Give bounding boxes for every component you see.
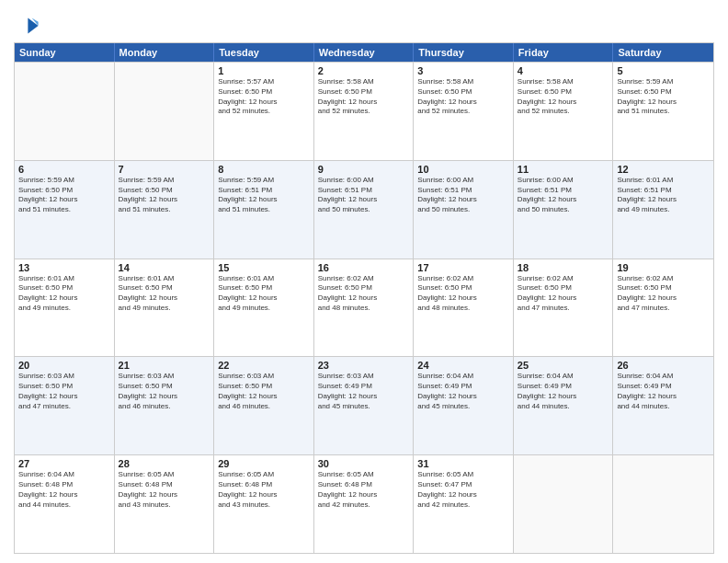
cell-info: Sunrise: 6:04 AM Sunset: 6:49 PM Dayligh… xyxy=(417,372,509,411)
calendar-header-cell: Wednesday xyxy=(314,43,415,62)
calendar-week: 27Sunrise: 6:04 AM Sunset: 6:48 PM Dayli… xyxy=(15,454,713,553)
day-number: 5 xyxy=(617,65,710,76)
day-number: 15 xyxy=(218,262,310,273)
day-number: 19 xyxy=(617,262,710,273)
day-number: 21 xyxy=(119,360,210,371)
calendar-cell: 8Sunrise: 5:59 AM Sunset: 6:51 PM Daylig… xyxy=(214,161,314,259)
calendar-cell: 11Sunrise: 6:00 AM Sunset: 6:51 PM Dayli… xyxy=(514,161,614,259)
day-number: 20 xyxy=(18,360,110,371)
cell-info: Sunrise: 6:05 AM Sunset: 6:47 PM Dayligh… xyxy=(417,470,509,510)
calendar-header-cell: Saturday xyxy=(613,43,713,62)
cell-info: Sunrise: 5:59 AM Sunset: 6:50 PM Dayligh… xyxy=(617,77,710,117)
cell-info: Sunrise: 6:03 AM Sunset: 6:49 PM Dayligh… xyxy=(318,372,410,411)
calendar-cell: 13Sunrise: 6:01 AM Sunset: 6:50 PM Dayli… xyxy=(15,259,115,357)
day-number: 26 xyxy=(617,360,710,371)
cell-info: Sunrise: 6:05 AM Sunset: 6:48 PM Dayligh… xyxy=(318,470,410,510)
calendar-page: SundayMondayTuesdayWednesdayThursdayFrid… xyxy=(0,0,728,563)
calendar-cell: 29Sunrise: 6:05 AM Sunset: 6:48 PM Dayli… xyxy=(214,455,314,553)
calendar-header-cell: Monday xyxy=(115,43,215,62)
calendar-cell: 30Sunrise: 6:05 AM Sunset: 6:48 PM Dayli… xyxy=(314,455,415,553)
day-number: 24 xyxy=(417,360,509,371)
calendar-cell: 9Sunrise: 6:00 AM Sunset: 6:51 PM Daylig… xyxy=(314,161,415,259)
calendar-cell: 16Sunrise: 6:02 AM Sunset: 6:50 PM Dayli… xyxy=(314,259,415,357)
calendar-cell: 2Sunrise: 5:58 AM Sunset: 6:50 PM Daylig… xyxy=(314,63,415,160)
day-number: 6 xyxy=(18,164,110,175)
cell-info: Sunrise: 6:01 AM Sunset: 6:50 PM Dayligh… xyxy=(218,274,310,314)
calendar-cell: 20Sunrise: 6:03 AM Sunset: 6:50 PM Dayli… xyxy=(15,357,115,454)
cell-info: Sunrise: 6:00 AM Sunset: 6:51 PM Dayligh… xyxy=(417,176,509,215)
day-number: 8 xyxy=(218,164,310,175)
calendar-cell: 22Sunrise: 6:03 AM Sunset: 6:50 PM Dayli… xyxy=(214,357,314,454)
calendar-header-cell: Thursday xyxy=(414,43,514,62)
day-number: 31 xyxy=(417,458,509,469)
calendar-cell: 21Sunrise: 6:03 AM Sunset: 6:50 PM Dayli… xyxy=(115,357,215,454)
cell-info: Sunrise: 6:05 AM Sunset: 6:48 PM Dayligh… xyxy=(119,470,210,510)
day-number: 25 xyxy=(518,360,609,371)
cell-info: Sunrise: 6:01 AM Sunset: 6:51 PM Dayligh… xyxy=(617,176,710,215)
calendar-cell: 5Sunrise: 5:59 AM Sunset: 6:50 PM Daylig… xyxy=(613,63,713,160)
calendar-body: 1Sunrise: 5:57 AM Sunset: 6:50 PM Daylig… xyxy=(15,62,713,553)
day-number: 3 xyxy=(417,65,509,76)
cell-info: Sunrise: 6:02 AM Sunset: 6:50 PM Dayligh… xyxy=(318,274,410,314)
cell-info: Sunrise: 6:01 AM Sunset: 6:50 PM Dayligh… xyxy=(119,274,210,314)
calendar: SundayMondayTuesdayWednesdayThursdayFrid… xyxy=(14,42,714,554)
cell-info: Sunrise: 5:59 AM Sunset: 6:50 PM Dayligh… xyxy=(119,176,210,215)
cell-info: Sunrise: 5:58 AM Sunset: 6:50 PM Dayligh… xyxy=(518,77,609,117)
day-number: 27 xyxy=(18,458,110,469)
calendar-cell: 14Sunrise: 6:01 AM Sunset: 6:50 PM Dayli… xyxy=(115,259,215,357)
calendar-cell xyxy=(115,63,215,160)
cell-info: Sunrise: 6:02 AM Sunset: 6:50 PM Dayligh… xyxy=(617,274,710,314)
calendar-cell: 15Sunrise: 6:01 AM Sunset: 6:50 PM Dayli… xyxy=(214,259,314,357)
cell-info: Sunrise: 5:58 AM Sunset: 6:50 PM Dayligh… xyxy=(417,77,509,117)
day-number: 17 xyxy=(417,262,509,273)
cell-info: Sunrise: 5:58 AM Sunset: 6:50 PM Dayligh… xyxy=(318,77,410,117)
cell-info: Sunrise: 5:59 AM Sunset: 6:50 PM Dayligh… xyxy=(18,176,110,215)
calendar-cell: 4Sunrise: 5:58 AM Sunset: 6:50 PM Daylig… xyxy=(514,63,614,160)
calendar-header-cell: Sunday xyxy=(15,43,115,62)
cell-info: Sunrise: 6:04 AM Sunset: 6:49 PM Dayligh… xyxy=(518,372,609,411)
calendar-cell: 3Sunrise: 5:58 AM Sunset: 6:50 PM Daylig… xyxy=(414,63,514,160)
day-number: 12 xyxy=(617,164,710,175)
day-number: 13 xyxy=(18,262,110,273)
calendar-cell: 28Sunrise: 6:05 AM Sunset: 6:48 PM Dayli… xyxy=(115,455,215,553)
calendar-cell: 7Sunrise: 5:59 AM Sunset: 6:50 PM Daylig… xyxy=(115,161,215,259)
calendar-cell: 27Sunrise: 6:04 AM Sunset: 6:48 PM Dayli… xyxy=(15,455,115,553)
calendar-cell: 26Sunrise: 6:04 AM Sunset: 6:49 PM Dayli… xyxy=(613,357,713,454)
cell-info: Sunrise: 6:02 AM Sunset: 6:50 PM Dayligh… xyxy=(518,274,609,314)
day-number: 18 xyxy=(518,262,609,273)
day-number: 9 xyxy=(318,164,410,175)
calendar-cell: 24Sunrise: 6:04 AM Sunset: 6:49 PM Dayli… xyxy=(414,357,514,454)
day-number: 11 xyxy=(518,164,609,175)
cell-info: Sunrise: 6:03 AM Sunset: 6:50 PM Dayligh… xyxy=(119,372,210,411)
calendar-header-cell: Tuesday xyxy=(214,43,314,62)
cell-info: Sunrise: 5:57 AM Sunset: 6:50 PM Dayligh… xyxy=(218,77,310,117)
calendar-week: 13Sunrise: 6:01 AM Sunset: 6:50 PM Dayli… xyxy=(15,259,713,357)
calendar-week: 20Sunrise: 6:03 AM Sunset: 6:50 PM Dayli… xyxy=(15,356,713,454)
day-number: 23 xyxy=(318,360,410,371)
cell-info: Sunrise: 5:59 AM Sunset: 6:51 PM Dayligh… xyxy=(218,176,310,215)
day-number: 4 xyxy=(518,65,609,76)
cell-info: Sunrise: 6:04 AM Sunset: 6:49 PM Dayligh… xyxy=(617,372,710,411)
cell-info: Sunrise: 6:00 AM Sunset: 6:51 PM Dayligh… xyxy=(518,176,609,215)
cell-info: Sunrise: 6:02 AM Sunset: 6:50 PM Dayligh… xyxy=(417,274,509,314)
cell-info: Sunrise: 6:04 AM Sunset: 6:48 PM Dayligh… xyxy=(18,470,110,510)
day-number: 1 xyxy=(218,65,310,76)
cell-info: Sunrise: 6:05 AM Sunset: 6:48 PM Dayligh… xyxy=(218,470,310,510)
day-number: 22 xyxy=(218,360,310,371)
calendar-header-cell: Friday xyxy=(514,43,614,62)
calendar-cell: 10Sunrise: 6:00 AM Sunset: 6:51 PM Dayli… xyxy=(414,161,514,259)
day-number: 2 xyxy=(318,65,410,76)
day-number: 30 xyxy=(318,458,410,469)
calendar-cell xyxy=(15,63,115,160)
day-number: 29 xyxy=(218,458,310,469)
calendar-week: 1Sunrise: 5:57 AM Sunset: 6:50 PM Daylig… xyxy=(15,62,713,160)
calendar-cell: 23Sunrise: 6:03 AM Sunset: 6:49 PM Dayli… xyxy=(314,357,415,454)
day-number: 14 xyxy=(119,262,210,273)
logo-icon xyxy=(14,13,40,39)
calendar-header-row: SundayMondayTuesdayWednesdayThursdayFrid… xyxy=(15,43,713,62)
day-number: 10 xyxy=(417,164,509,175)
cell-info: Sunrise: 6:03 AM Sunset: 6:50 PM Dayligh… xyxy=(218,372,310,411)
calendar-cell: 19Sunrise: 6:02 AM Sunset: 6:50 PM Dayli… xyxy=(613,259,713,357)
calendar-cell: 12Sunrise: 6:01 AM Sunset: 6:51 PM Dayli… xyxy=(613,161,713,259)
header xyxy=(14,9,714,39)
